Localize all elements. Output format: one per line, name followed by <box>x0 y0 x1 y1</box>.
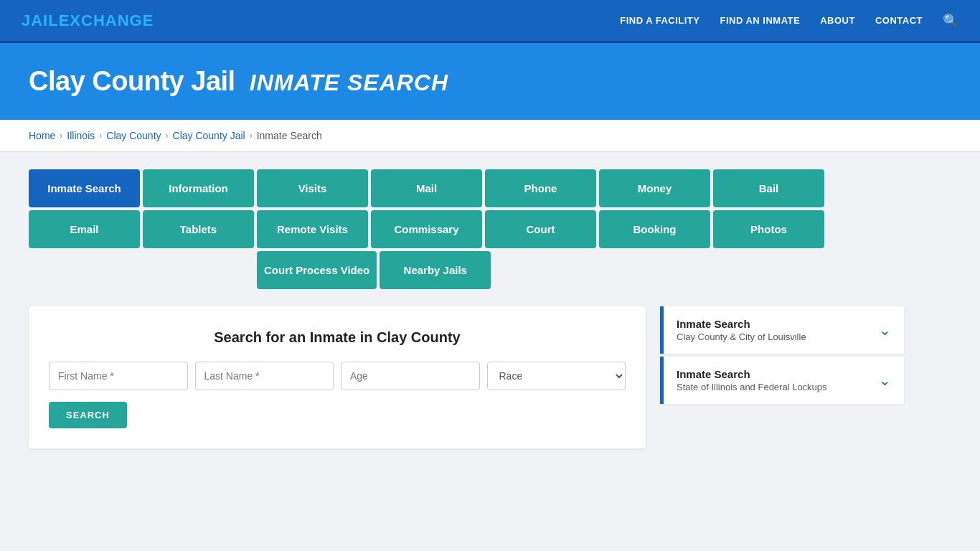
sidebar-item-2-title: Inmate Search <box>677 368 827 380</box>
sidebar: Inmate Search Clay County & City of Loui… <box>660 306 904 404</box>
search-icon[interactable]: 🔍 <box>943 13 958 29</box>
navbar: JAILEXCHANGE FIND A FACILITY FIND AN INM… <box>0 0 980 43</box>
sidebar-item-1-text: Inmate Search Clay County & City of Loui… <box>677 318 806 342</box>
search-button[interactable]: SEARCH <box>49 402 127 428</box>
age-input[interactable] <box>341 362 480 390</box>
sidebar-item-2-text: Inmate Search State of Illinois and Fede… <box>677 368 827 392</box>
btn-commissary[interactable]: Commissary <box>371 210 482 248</box>
hero-banner: Clay County Jail INMATE SEARCH <box>0 43 980 120</box>
nav-button-grid: Inmate Search Information Visits Mail Ph… <box>29 169 951 289</box>
btn-mail[interactable]: Mail <box>371 169 482 207</box>
nav-find-inmate[interactable]: FIND AN INMATE <box>720 15 800 26</box>
logo-exchange: EXCHANGE <box>59 11 154 29</box>
nav-contact[interactable]: CONTACT <box>875 15 923 26</box>
breadcrumb-current: Inmate Search <box>257 130 322 141</box>
hero-title-main: Clay County Jail <box>29 66 235 96</box>
hero-title: Clay County Jail INMATE SEARCH <box>29 66 951 97</box>
breadcrumb: Home › Illinois › Clay County › Clay Cou… <box>0 120 980 152</box>
sidebar-item-1-title: Inmate Search <box>677 318 806 330</box>
btn-money[interactable]: Money <box>599 169 710 207</box>
nav-find-facility[interactable]: FIND A FACILITY <box>620 15 699 26</box>
nav-about[interactable]: ABOUT <box>820 15 855 26</box>
main-content: Inmate Search Information Visits Mail Ph… <box>0 152 980 551</box>
chevron-down-icon-2: ⌄ <box>879 372 891 389</box>
breadcrumb-sep-2: › <box>99 131 102 141</box>
last-name-input[interactable] <box>195 362 334 390</box>
breadcrumb-sep-3: › <box>166 131 169 141</box>
btn-information[interactable]: Information <box>143 169 254 207</box>
btn-photos[interactable]: Photos <box>713 210 824 248</box>
first-name-input[interactable] <box>49 362 188 390</box>
search-form-box: Search for an Inmate in Clay County Race… <box>29 306 646 448</box>
nav-row-3: Court Process Video Nearby Jails <box>257 251 491 289</box>
chevron-down-icon-1: ⌄ <box>879 321 891 339</box>
btn-email[interactable]: Email <box>29 210 140 248</box>
btn-bail[interactable]: Bail <box>713 169 824 207</box>
btn-court[interactable]: Court <box>485 210 596 248</box>
search-fields: Race White Black Hispanic Asian Other <box>49 362 626 390</box>
sidebar-item-1[interactable]: Inmate Search Clay County & City of Loui… <box>660 306 904 354</box>
content-area: Search for an Inmate in Clay County Race… <box>29 306 951 448</box>
race-select[interactable]: Race White Black Hispanic Asian Other <box>487 362 626 390</box>
btn-tablets[interactable]: Tablets <box>143 210 254 248</box>
breadcrumb-sep-1: › <box>60 131 62 141</box>
breadcrumb-sep-4: › <box>250 131 253 141</box>
btn-court-process-video[interactable]: Court Process Video <box>257 251 377 289</box>
breadcrumb-clay-county-jail[interactable]: Clay County Jail <box>173 130 245 141</box>
breadcrumb-clay-county[interactable]: Clay County <box>106 130 161 141</box>
btn-nearby-jails[interactable]: Nearby Jails <box>380 251 491 289</box>
btn-booking[interactable]: Booking <box>599 210 710 248</box>
btn-visits[interactable]: Visits <box>257 169 368 207</box>
breadcrumb-home[interactable]: Home <box>29 130 55 141</box>
sidebar-item-2[interactable]: Inmate Search State of Illinois and Fede… <box>660 357 904 404</box>
hero-title-sub: INMATE SEARCH <box>250 70 448 95</box>
btn-remote-visits[interactable]: Remote Visits <box>257 210 368 248</box>
nav-row-1: Inmate Search Information Visits Mail Ph… <box>29 169 824 207</box>
logo-jail: JAIL <box>22 11 59 29</box>
breadcrumb-illinois[interactable]: Illinois <box>67 130 95 141</box>
btn-inmate-search[interactable]: Inmate Search <box>29 169 140 207</box>
search-form-title: Search for an Inmate in Clay County <box>49 329 626 346</box>
btn-phone[interactable]: Phone <box>485 169 596 207</box>
logo[interactable]: JAILEXCHANGE <box>22 11 154 30</box>
nav-row-2: Email Tablets Remote Visits Commissary C… <box>29 210 824 248</box>
sidebar-item-2-sub: State of Illinois and Federal Lockups <box>677 382 827 392</box>
nav-links: FIND A FACILITY FIND AN INMATE ABOUT CON… <box>620 13 958 29</box>
sidebar-item-1-sub: Clay County & City of Louisville <box>677 331 806 342</box>
